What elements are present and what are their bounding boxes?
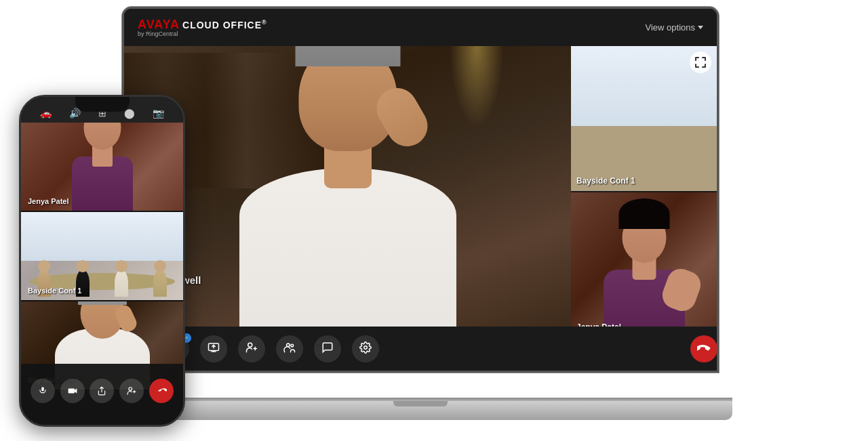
phone-device: 🚗 🔊 ⊞ ⬤ 📷 Jeny <box>19 95 185 427</box>
share-icon <box>208 341 220 356</box>
avaya-brand-text: AVAYA <box>138 18 180 32</box>
svg-point-10 <box>129 387 132 391</box>
jenya-patel-video <box>571 192 717 337</box>
svg-rect-9 <box>68 389 74 394</box>
car-icon: 🚗 <box>40 108 52 119</box>
participants-sidebar: Bayside Conf 1 <box>571 46 717 337</box>
cloud-office-text: CLOUD OFFICE® <box>182 19 267 30</box>
phone-body: 🚗 🔊 ⊞ ⬤ 📷 Jeny <box>19 95 185 427</box>
record-icon: ⬤ <box>124 108 135 119</box>
share-button[interactable] <box>200 335 227 362</box>
end-call-icon <box>697 343 711 355</box>
share-screen-icon <box>208 341 220 354</box>
camera-icon: 📷 <box>153 108 164 119</box>
phone-end-call-button[interactable] <box>149 379 174 403</box>
chevron-down-icon <box>698 26 703 29</box>
add-participant-button[interactable] <box>238 335 265 362</box>
settings-icon <box>359 341 372 354</box>
logo-top-row: AVAYA CLOUD OFFICE® <box>138 18 267 32</box>
laptop-screen: AVAYA CLOUD OFFICE® by RingCentral View … <box>122 7 719 373</box>
settings-button[interactable] <box>352 335 379 362</box>
sidebar-participant-label: Bayside Conf 1 <box>576 176 635 186</box>
main-video-panel: Ray Cantwell 07:43 <box>124 46 572 337</box>
phone-camera-icon <box>68 387 77 395</box>
phone-notch <box>75 97 130 112</box>
phone-add-person-icon <box>127 386 136 396</box>
fullscreen-icon <box>695 57 706 68</box>
logo-block: AVAYA CLOUD OFFICE® by RingCentral <box>138 18 267 37</box>
chat-icon <box>321 341 334 356</box>
phone-end-icon <box>697 344 711 352</box>
phone-share-icon <box>97 386 106 396</box>
sidebar-participant-jenya[interactable]: Jenya Patel <box>571 192 717 337</box>
phone-call-toolbar <box>21 364 183 425</box>
group-icon <box>283 341 296 354</box>
add-person-icon <box>245 341 258 356</box>
phone-add-person-button[interactable] <box>119 379 144 403</box>
main-video-background <box>124 46 572 337</box>
phone-mic-icon <box>38 386 47 396</box>
laptop-device: AVAYA CLOUD OFFICE® by RingCentral View … <box>108 7 732 420</box>
laptop-base <box>108 401 732 420</box>
svg-point-4 <box>248 343 252 347</box>
laptop-screen-inner: AVAYA CLOUD OFFICE® by RingCentral View … <box>124 9 717 371</box>
svg-rect-8 <box>41 387 44 391</box>
gear-icon <box>359 341 372 356</box>
phone-end-icon <box>156 387 167 394</box>
avaya-logo: AVAYA CLOUD OFFICE® by RingCentral <box>138 18 267 37</box>
phone-jenya-label: Jenya Patel <box>28 197 69 205</box>
chat-button[interactable] <box>314 335 341 362</box>
message-icon <box>321 341 334 354</box>
phone-bayside-label: Bayside Conf 1 <box>28 287 81 295</box>
phone-mute-button[interactable] <box>31 379 55 403</box>
app-header: AVAYA CLOUD OFFICE® by RingCentral View … <box>124 9 717 46</box>
phone-share-button[interactable] <box>90 379 114 403</box>
svg-point-5 <box>287 343 290 347</box>
fullscreen-button[interactable] <box>690 51 711 73</box>
phone-video-panels: Jenya Patel <box>21 123 183 390</box>
phone-panel-bayside[interactable]: Bayside Conf 1 <box>21 211 183 300</box>
people-icon <box>283 341 296 356</box>
participants-button[interactable] <box>276 335 303 362</box>
phone-screen: 🚗 🔊 ⊞ ⬤ 📷 Jeny <box>21 97 183 425</box>
phone-panel-jenya[interactable]: Jenya Patel <box>21 123 183 211</box>
person-add-icon <box>245 341 258 354</box>
svg-point-7 <box>364 345 368 349</box>
ring-central-text: by RingCentral <box>138 30 267 37</box>
call-toolbar: + + <box>124 327 717 371</box>
svg-point-6 <box>291 344 294 347</box>
phone-camera-button[interactable] <box>60 379 85 403</box>
view-options-button[interactable]: View options <box>646 22 703 33</box>
end-call-button[interactable] <box>690 335 717 362</box>
